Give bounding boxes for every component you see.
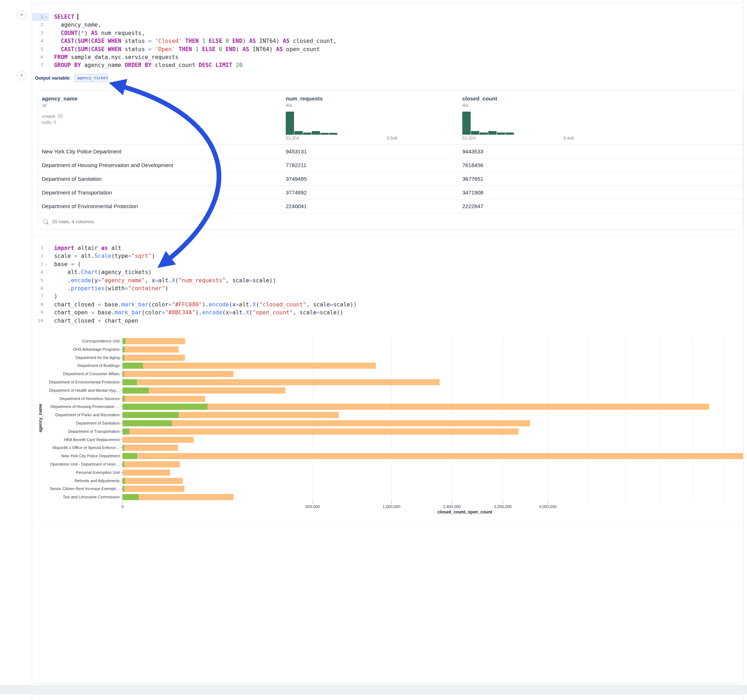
- column-header-closed-count[interactable]: closed_count i64 53,304 9.4e6: [459, 95, 742, 141]
- code-token: =: [229, 309, 232, 316]
- code-token: "#FFC080": [172, 302, 202, 308]
- code-line[interactable]: 1import altair as alt: [32, 244, 357, 252]
- code-line[interactable]: 6 .properties(width="container"): [32, 284, 357, 293]
- code-line[interactable]: 2 agency_name,: [32, 21, 337, 29]
- y-tick-mark: [121, 349, 123, 350]
- code-token: FROM: [54, 54, 67, 60]
- fold-caret-icon: [43, 317, 49, 325]
- code-line[interactable]: 2scale = alt.Scale(type="sqrt"): [32, 252, 357, 260]
- table-cell: 9443533: [459, 148, 742, 154]
- code-token: [71, 62, 74, 68]
- histogram-bar: [286, 112, 294, 135]
- line-number: 2: [32, 21, 43, 29]
- column-header-num-requests[interactable]: num_requests i64 53,304 9.5e6: [282, 95, 459, 141]
- code-line[interactable]: 1▾SELECT: [32, 13, 337, 21]
- bar-closed-count: [122, 469, 170, 476]
- table-row: Department of Housing Preservation and D…: [38, 158, 742, 172]
- fold-caret-icon[interactable]: ▾: [43, 260, 49, 268]
- code-token: base.: [94, 309, 115, 316]
- code-line[interactable]: 3▾base = (: [32, 260, 357, 268]
- search-icon[interactable]: [43, 219, 48, 223]
- y-tick-mark: [121, 382, 123, 382]
- line-number: 4: [32, 37, 43, 45]
- code-line[interactable]: 9chart_open = base.mark_bar(color="#8BC3…: [32, 309, 357, 317]
- horizontal-scrollbar[interactable]: [0, 685, 747, 694]
- code-token: (agency_tickets): [98, 269, 151, 276]
- code-token: ELSE: [209, 38, 222, 44]
- code-token: AS: [249, 38, 256, 44]
- code-token: =: [316, 309, 320, 316]
- code-token: (: [175, 277, 178, 284]
- fold-caret-icon: [43, 61, 49, 69]
- y-tick-mark: [121, 365, 123, 366]
- histogram-bar: [488, 131, 496, 135]
- bar-open-count: [122, 428, 129, 434]
- column-type: i64: [462, 103, 739, 108]
- code-token: [54, 38, 61, 44]
- line-number: 8: [32, 301, 43, 309]
- code-token: 0: [225, 38, 229, 44]
- sql-editor[interactable]: 1▾SELECT 2 agency_name,3 COUNT(*) AS num…: [32, 13, 337, 69]
- code-token: 1: [195, 46, 198, 53]
- bar-open-count: [122, 412, 179, 418]
- column-meta: unique: 20: [42, 114, 278, 119]
- code-token: (: [77, 30, 81, 36]
- code-line[interactable]: 6FROM sample_data.nyc.service_requests: [32, 53, 337, 61]
- line-number: 3: [32, 29, 43, 37]
- code-line[interactable]: 5 CAST(SUM(CASE WHEN status = 'Open' THE…: [32, 45, 337, 53]
- chart-x-axis-title: closed_count, open_count: [195, 510, 735, 514]
- code-line[interactable]: 3 COUNT(*) AS num_requests,: [32, 29, 337, 37]
- code-token: chart_open: [101, 318, 138, 324]
- y-tick-mark: [121, 358, 123, 358]
- add-cell-button[interactable]: +: [17, 71, 26, 80]
- gridline: [122, 337, 123, 502]
- code-line[interactable]: 5 .encode(y="agency_name", x=alt.X("num_…: [32, 276, 357, 284]
- code-line[interactable]: 7GROUP BY agency_name ORDER BY closed_co…: [32, 61, 337, 69]
- code-token: AS: [276, 46, 283, 53]
- code-token: THEN: [185, 38, 198, 44]
- code-token: agency_name: [81, 62, 125, 68]
- code-token: ): [236, 46, 242, 53]
- code-token: ): [84, 30, 91, 36]
- code-token: (type: [111, 253, 128, 259]
- code-token: mark_bar: [115, 309, 142, 316]
- code-token: alt.: [77, 253, 94, 259]
- code-token: [54, 46, 61, 53]
- add-cell-button[interactable]: +: [17, 11, 26, 20]
- code-token: scale)): [320, 309, 343, 316]
- code-line[interactable]: 8chart_closed = base.mark_bar(color="#FF…: [32, 301, 357, 309]
- code-token: , x: [145, 277, 155, 284]
- code-token: [74, 14, 77, 20]
- column-name: agency_name: [42, 95, 278, 101]
- code-line[interactable]: 7): [32, 293, 357, 300]
- code-token: (: [74, 46, 77, 53]
- code-token: agency_name,: [54, 22, 101, 28]
- y-tick-label: Department for the Aging: [22, 354, 119, 362]
- code-token: [222, 38, 225, 44]
- column-header-agency-name[interactable]: agency_name str unique: 20 nulls: 0: [38, 95, 282, 141]
- gridline: [391, 337, 392, 502]
- line-number: 4: [32, 268, 43, 276]
- bar-closed-count: [122, 355, 185, 361]
- code-token: (x: [222, 309, 229, 316]
- table-body: New York City Police Department945313194…: [38, 145, 742, 213]
- table-row: Department of Sanitation37494853677651: [38, 172, 742, 186]
- code-line[interactable]: 10chart_closed + chart_open: [32, 317, 357, 325]
- code-token: =: [74, 253, 77, 259]
- x-tick-label: 800,000: [305, 504, 320, 509]
- python-editor[interactable]: 1import altair as alt2scale = alt.Scale(…: [32, 244, 357, 325]
- code-token: (color: [148, 302, 168, 308]
- y-tick-label: Department of Parks and Recreation: [22, 411, 119, 419]
- bar-closed-count: [122, 404, 709, 410]
- code-line[interactable]: 4 alt.Chart(agency_tickets): [32, 268, 357, 276]
- x-tick-label: 4,000,000: [539, 504, 557, 509]
- code-token: "container": [128, 285, 165, 292]
- fold-caret-icon[interactable]: ▾: [43, 13, 49, 21]
- code-line[interactable]: 4 CAST(SUM(CASE WHEN status = 'Closed' T…: [32, 37, 337, 45]
- histogram-bar: [303, 133, 312, 135]
- output-variable-chip[interactable]: agency_tickets: [74, 74, 108, 82]
- code-token: =: [168, 302, 171, 308]
- code-token: X: [246, 309, 249, 316]
- fold-caret-icon: [43, 244, 49, 252]
- code-token: =: [128, 253, 131, 259]
